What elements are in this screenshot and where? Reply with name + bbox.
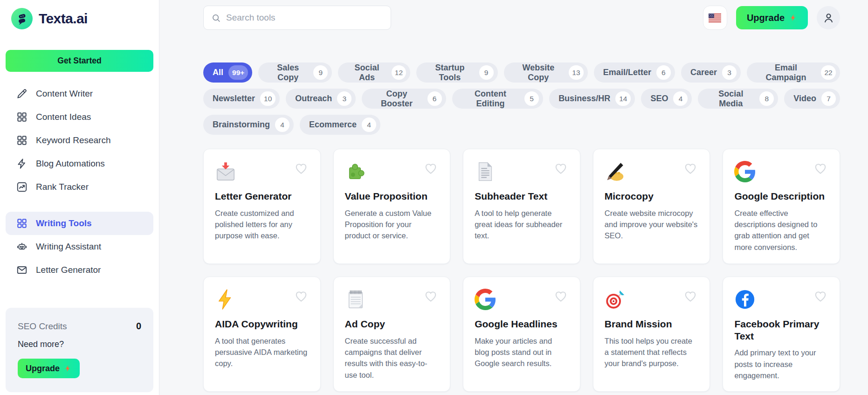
- filter-pill-startup-tools[interactable]: Startup Tools9: [416, 62, 497, 83]
- user-avatar-button[interactable]: [817, 6, 840, 29]
- filter-pill-ecommerce[interactable]: Ecommerce4: [300, 115, 380, 135]
- bolt-outline-icon: [16, 158, 28, 170]
- tool-description: A tool to help generate great ideas for …: [475, 208, 569, 242]
- filter-pill-video[interactable]: Video7: [784, 89, 840, 109]
- favorite-heart-icon[interactable]: [554, 289, 568, 303]
- filter-count-badge: 4: [673, 91, 688, 106]
- sidebar-item-label: Rank Tracker: [36, 182, 89, 192]
- topbar-right: Upgrade: [703, 6, 840, 30]
- sidebar-item-content-writer[interactable]: Content Writer: [6, 82, 153, 105]
- filter-label: Ecommerce: [309, 120, 357, 130]
- google-icon: [475, 289, 496, 310]
- filter-pill-email-letter[interactable]: Email/Letter6: [594, 62, 675, 83]
- grid-icon: [16, 111, 28, 123]
- filter-pill-seo[interactable]: SEO4: [641, 89, 692, 109]
- favorite-heart-icon[interactable]: [813, 289, 827, 303]
- tool-card-brand-mission[interactable]: Brand MissionThis tool helps you create …: [593, 277, 710, 392]
- filter-count-badge: 12: [392, 65, 406, 80]
- filter-count-badge: 4: [362, 118, 376, 132]
- sidebar-upgrade-button[interactable]: Upgrade: [18, 359, 80, 378]
- google-icon: [734, 161, 756, 182]
- sidebar-item-label: Letter Generator: [36, 265, 101, 275]
- favorite-heart-icon[interactable]: [554, 161, 568, 175]
- filter-row: All99+Sales Copy9Social Ads12Startup Too…: [203, 62, 840, 83]
- filter-count-badge: 9: [313, 65, 328, 80]
- filter-pill-business-hr[interactable]: Business/HR14: [549, 89, 635, 109]
- filter-pill-all[interactable]: All99+: [203, 62, 252, 83]
- header-upgrade-button[interactable]: Upgrade: [736, 6, 808, 29]
- filter-pill-content-editing[interactable]: Content Editing5: [452, 89, 543, 109]
- tool-card-google-headlines[interactable]: Google HeadlinesMake your articles and b…: [463, 277, 580, 392]
- filter-pill-social-ads[interactable]: Social Ads12: [338, 62, 410, 83]
- filter-pill-outreach[interactable]: Outreach3: [286, 89, 356, 109]
- filter-pill-social-media[interactable]: Social Media8: [698, 89, 778, 109]
- tool-card-subheader-text[interactable]: Subheader TextA tool to help generate gr…: [463, 149, 580, 264]
- sidebar-item-rank-tracker[interactable]: Rank Tracker: [6, 175, 153, 199]
- filter-label: Email/Letter: [603, 68, 651, 77]
- tool-description: Create effective descriptions designed t…: [734, 208, 828, 253]
- tool-description: A tool that generates persuasive AIDA ma…: [215, 335, 309, 369]
- tool-card-letter-generator[interactable]: Letter GeneratorCreate customized and po…: [203, 149, 321, 264]
- sidebar: Texta.ai Get Started Content WriterConte…: [0, 0, 159, 395]
- favorite-heart-icon[interactable]: [683, 161, 697, 175]
- brand-name: Texta.ai: [39, 11, 88, 27]
- tool-card-facebook-primary-text[interactable]: Facebook Primary TextAdd primary text to…: [723, 277, 840, 392]
- seo-credits-box: SEO Credits 0 Need more? Upgrade: [6, 308, 153, 392]
- tool-description: Create successful ad campaigns that deli…: [345, 335, 439, 381]
- get-started-button[interactable]: Get Started: [6, 50, 153, 72]
- tool-title: Google Headlines: [475, 318, 569, 330]
- filter-pill-sales-copy[interactable]: Sales Copy9: [258, 62, 332, 83]
- filter-label: All: [213, 68, 223, 77]
- filter-label: SEO: [650, 94, 668, 104]
- filter-count-badge: 3: [722, 65, 737, 80]
- sidebar-item-writing-assistant[interactable]: Writing Assistant: [6, 235, 153, 258]
- sidebar-item-blog-automations[interactable]: Blog Automations: [6, 152, 153, 175]
- search-input[interactable]: [226, 13, 383, 23]
- sidebar-item-label: Writing Tools: [36, 218, 92, 229]
- filter-label: Content Editing: [462, 89, 519, 109]
- filter-pill-brainstorming[interactable]: Brainstorming4: [203, 115, 294, 135]
- writing-hand-icon: [605, 161, 626, 182]
- sidebar-item-letter-generator[interactable]: Letter Generator: [6, 258, 153, 282]
- filter-label: Copy Booster: [371, 89, 422, 109]
- filter-pill-website-copy[interactable]: Website Copy13: [504, 62, 588, 83]
- sidebar-item-content-ideas[interactable]: Content Ideas: [6, 105, 153, 129]
- favorite-heart-icon[interactable]: [294, 161, 308, 175]
- filter-pills: All99+Sales Copy9Social Ads12Startup Too…: [203, 62, 840, 135]
- favorite-heart-icon[interactable]: [813, 161, 827, 175]
- filter-pill-career[interactable]: Career3: [681, 62, 741, 83]
- tool-description: Make your articles and blog posts stand …: [475, 335, 569, 369]
- bolt-fill-icon: [64, 363, 72, 374]
- tool-card-google-description[interactable]: Google DescriptionCreate effective descr…: [723, 149, 840, 264]
- tool-title: AIDA Copywriting: [215, 318, 309, 330]
- filter-label: Sales Copy: [268, 63, 308, 83]
- favorite-heart-icon[interactable]: [683, 289, 697, 303]
- brand-logo[interactable]: Texta.ai: [6, 7, 153, 31]
- filter-pill-copy-booster[interactable]: Copy Booster6: [362, 89, 446, 109]
- tool-card-ad-copy[interactable]: Ad CopyCreate successful ad campaigns th…: [333, 277, 451, 392]
- lightning-icon: [215, 289, 236, 310]
- tool-card-aida-copywriting[interactable]: AIDA CopywritingA tool that generates pe…: [203, 277, 321, 392]
- sidebar-item-label: Content Writer: [36, 89, 93, 99]
- filter-count-badge: 7: [821, 91, 836, 106]
- tool-title: Facebook Primary Text: [734, 318, 828, 342]
- tool-card-microcopy[interactable]: MicrocopyCreate website microcopy and im…: [593, 149, 710, 264]
- filter-count-badge: 9: [479, 65, 494, 80]
- filter-label: Startup Tools: [426, 63, 474, 83]
- search-box[interactable]: [203, 6, 391, 30]
- favorite-heart-icon[interactable]: [424, 289, 438, 303]
- language-button[interactable]: [703, 6, 727, 30]
- tool-card-value-proposition[interactable]: Value PropositionGenerate a custom Value…: [333, 149, 451, 264]
- pencil-icon: [16, 88, 28, 100]
- favorite-heart-icon[interactable]: [294, 289, 308, 303]
- tool-title: Value Proposition: [345, 190, 439, 202]
- envelope-icon: [16, 264, 28, 276]
- filter-pill-newsletter[interactable]: Newsletter10: [203, 89, 280, 109]
- filter-count-badge: 6: [427, 91, 442, 106]
- tool-description: Generate a custom Value Proposition for …: [345, 208, 439, 242]
- sidebar-item-keyword-research[interactable]: Keyword Research: [6, 129, 153, 152]
- favorite-heart-icon[interactable]: [424, 161, 438, 175]
- sidebar-item-writing-tools[interactable]: Writing Tools: [6, 212, 153, 235]
- filter-pill-email-campaign[interactable]: Email Campaign22: [747, 62, 840, 83]
- tools-grid: Letter GeneratorCreate customized and po…: [203, 149, 840, 392]
